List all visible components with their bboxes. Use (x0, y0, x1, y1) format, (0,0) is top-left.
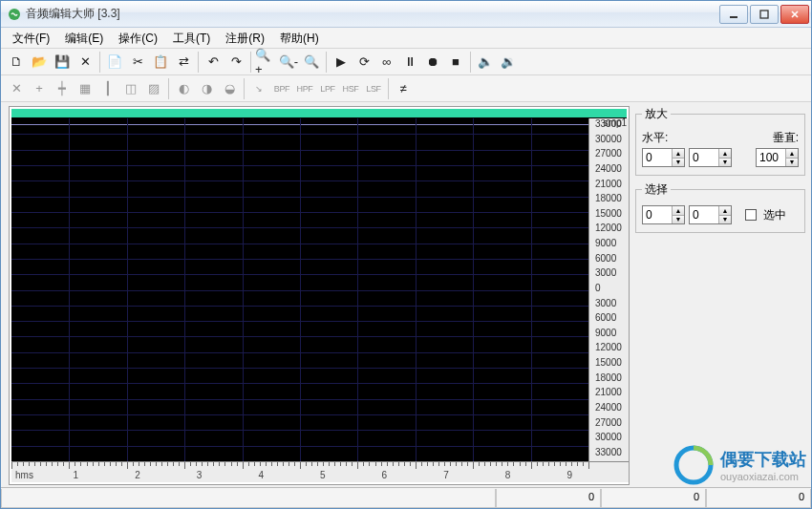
zoom-out-button[interactable]: 🔍- (277, 51, 300, 74)
statusbar: 0 0 0 (1, 487, 811, 508)
paste-button[interactable]: 📋 (149, 51, 172, 74)
minimize-button[interactable] (719, 5, 748, 24)
y-tick: 21000 (595, 180, 629, 192)
y-tick: 15000 (595, 358, 629, 371)
menu-register[interactable]: 注册(R) (218, 28, 272, 48)
menu-file[interactable]: 文件(F) (5, 28, 57, 48)
play-loop-button[interactable]: ⟳ (353, 51, 375, 74)
zoom-v-input[interactable] (757, 149, 785, 166)
x-tick: 9 (566, 470, 572, 480)
fx-extra[interactable]: ≠ (392, 77, 415, 100)
down-icon[interactable]: ▼ (719, 159, 731, 167)
fx-phase-1[interactable]: ◐ (172, 77, 195, 100)
horiz-label: 水平: (642, 130, 668, 146)
menu-edit[interactable]: 编辑(E) (57, 28, 111, 48)
play-button[interactable]: ▶ (330, 51, 353, 74)
up-icon[interactable]: ▲ (673, 206, 684, 216)
select-a-spinner[interactable]: ▲▼ (642, 205, 685, 224)
y-tick: 33000 (595, 448, 629, 460)
y-tick: 18000 (595, 194, 629, 206)
selected-checkbox[interactable] (745, 209, 757, 221)
select-a-input[interactable] (643, 206, 672, 223)
save-button[interactable]: 💾 (51, 51, 74, 74)
fx-phase-2[interactable]: ◑ (195, 77, 218, 100)
y-tick: 12000 (595, 343, 629, 355)
fx-button-2[interactable]: + (28, 77, 51, 100)
cut-button[interactable]: ✂ (126, 51, 149, 74)
y-tick: 9000 (595, 239, 629, 251)
toolbar-main: 🗋 📂 💾 ✕ 📄 ✂ 📋 ⇄ ↶ ↷ 🔍+ 🔍- 🔍 ▶ ⟳ ∞ ⏸ ⏺ ■ … (1, 49, 811, 75)
x-tick: 7 (443, 470, 449, 480)
y-tick: 9000 (595, 329, 629, 341)
fx-button-6[interactable]: ◫ (119, 77, 142, 100)
fx-button-4[interactable]: ▦ (74, 77, 96, 100)
down-icon[interactable]: ▼ (719, 216, 731, 224)
filter-lpf[interactable]: LPF (316, 77, 339, 100)
filter-hpf[interactable]: HPF (293, 77, 316, 100)
status-cell-1 (1, 489, 496, 508)
speaker-left-icon[interactable]: 🔈 (474, 51, 497, 74)
copy-button[interactable]: 📄 (103, 51, 126, 74)
delete-button[interactable]: ✕ (74, 51, 96, 74)
waveform-canvas[interactable] (11, 118, 588, 461)
fx-phase-3[interactable]: ◒ (218, 77, 241, 100)
down-icon[interactable]: ▼ (673, 159, 684, 167)
menu-help[interactable]: 帮助(H) (272, 28, 327, 48)
y-tick: 3000 (595, 268, 629, 281)
pause-button[interactable]: ⏸ (398, 51, 421, 74)
speaker-right-icon[interactable]: 🔉 (497, 51, 520, 74)
new-button[interactable]: 🗋 (5, 51, 28, 74)
filter-hsf[interactable]: HSF (339, 77, 362, 100)
up-icon[interactable]: ▲ (673, 149, 684, 159)
stop-button[interactable]: ■ (444, 51, 467, 74)
waveform-panel: smp1 33000300002700024000210001800015000… (9, 106, 630, 485)
x-tick: 4 (258, 470, 264, 480)
swap-button[interactable]: ⇄ (172, 51, 195, 74)
fx-button-1[interactable]: ✕ (5, 77, 28, 100)
maximize-button[interactable] (750, 5, 779, 24)
close-button[interactable] (780, 5, 809, 24)
open-button[interactable]: 📂 (28, 51, 51, 74)
down-icon[interactable]: ▼ (786, 159, 798, 167)
toolbar-filters: ✕ + ┿ ▦ ┃ ◫ ▨ ◐ ◑ ◒ ↘ BPF HPF LPF HSF LS… (1, 75, 811, 102)
menu-operate[interactable]: 操作(C) (111, 28, 165, 48)
y-tick: 21000 (595, 388, 629, 400)
undo-button[interactable]: ↶ (202, 51, 224, 74)
zoom-h1-spinner[interactable]: ▲▼ (642, 148, 685, 167)
svg-rect-2 (760, 11, 768, 18)
y-tick: 24000 (595, 164, 629, 177)
up-icon[interactable]: ▲ (719, 206, 731, 216)
y-tick: 30000 (595, 135, 629, 147)
select-b-spinner[interactable]: ▲▼ (689, 205, 732, 224)
zoom-v-spinner[interactable]: ▲▼ (756, 148, 799, 167)
filter-bpf[interactable]: BPF (270, 77, 293, 100)
y-tick: 3000 (595, 299, 629, 311)
loop-button[interactable]: ∞ (375, 51, 398, 74)
y-tick: 6000 (595, 313, 629, 326)
waveform-header[interactable] (11, 109, 627, 118)
redo-button[interactable]: ↷ (224, 51, 247, 74)
zoom-in-button[interactable]: 🔍+ (254, 51, 277, 74)
zoom-fit-button[interactable]: 🔍 (300, 51, 323, 74)
down-icon[interactable]: ▼ (673, 216, 684, 224)
x-tick: 3 (197, 470, 203, 480)
menu-tools[interactable]: 工具(T) (165, 28, 218, 48)
up-icon[interactable]: ▲ (786, 149, 798, 159)
up-icon[interactable]: ▲ (719, 149, 731, 159)
filter-lsf[interactable]: LSF (362, 77, 385, 100)
select-b-input[interactable] (690, 206, 718, 223)
y-tick: 0 (595, 284, 629, 296)
fx-button-7[interactable]: ▨ (142, 77, 165, 100)
vert-label: 垂直: (773, 130, 799, 146)
filter-fade[interactable]: ↘ (247, 77, 270, 100)
zoom-h2-spinner[interactable]: ▲▼ (689, 148, 732, 167)
zoom-h1-input[interactable] (643, 149, 672, 166)
zoom-h2-input[interactable] (690, 149, 718, 166)
y-tick: 12000 (595, 223, 629, 236)
record-button[interactable]: ⏺ (421, 51, 444, 74)
y-tick: 27000 (595, 418, 629, 431)
svg-rect-1 (730, 16, 737, 18)
fx-button-3[interactable]: ┿ (51, 77, 74, 100)
y-tick: 30000 (595, 433, 629, 445)
fx-button-5[interactable]: ┃ (96, 77, 119, 100)
